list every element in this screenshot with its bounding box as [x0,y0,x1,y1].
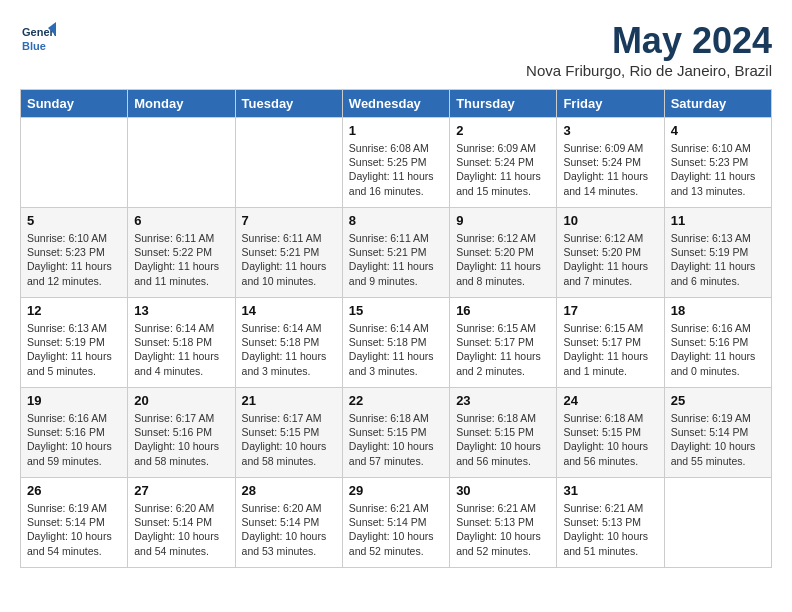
day-number: 7 [242,213,336,228]
calendar-cell: 12Sunrise: 6:13 AM Sunset: 5:19 PM Dayli… [21,298,128,388]
calendar-cell: 3Sunrise: 6:09 AM Sunset: 5:24 PM Daylig… [557,118,664,208]
logo: General Blue [20,20,60,56]
day-number: 16 [456,303,550,318]
calendar-cell: 16Sunrise: 6:15 AM Sunset: 5:17 PM Dayli… [450,298,557,388]
calendar-cell: 27Sunrise: 6:20 AM Sunset: 5:14 PM Dayli… [128,478,235,568]
calendar-cell: 26Sunrise: 6:19 AM Sunset: 5:14 PM Dayli… [21,478,128,568]
cell-info: Sunrise: 6:10 AM Sunset: 5:23 PM Dayligh… [27,231,121,288]
day-header-thursday: Thursday [450,90,557,118]
day-header-monday: Monday [128,90,235,118]
calendar-cell: 14Sunrise: 6:14 AM Sunset: 5:18 PM Dayli… [235,298,342,388]
day-number: 21 [242,393,336,408]
calendar-cell: 1Sunrise: 6:08 AM Sunset: 5:25 PM Daylig… [342,118,449,208]
calendar-cell: 30Sunrise: 6:21 AM Sunset: 5:13 PM Dayli… [450,478,557,568]
cell-info: Sunrise: 6:13 AM Sunset: 5:19 PM Dayligh… [27,321,121,378]
day-number: 5 [27,213,121,228]
calendar-cell [21,118,128,208]
day-number: 26 [27,483,121,498]
title-block: May 2024 Nova Friburgo, Rio de Janeiro, … [526,20,772,79]
calendar-cell: 2Sunrise: 6:09 AM Sunset: 5:24 PM Daylig… [450,118,557,208]
day-number: 28 [242,483,336,498]
calendar-cell: 28Sunrise: 6:20 AM Sunset: 5:14 PM Dayli… [235,478,342,568]
day-number: 3 [563,123,657,138]
day-number: 8 [349,213,443,228]
cell-info: Sunrise: 6:21 AM Sunset: 5:13 PM Dayligh… [563,501,657,558]
calendar-cell: 24Sunrise: 6:18 AM Sunset: 5:15 PM Dayli… [557,388,664,478]
day-number: 2 [456,123,550,138]
cell-info: Sunrise: 6:20 AM Sunset: 5:14 PM Dayligh… [134,501,228,558]
day-number: 24 [563,393,657,408]
cell-info: Sunrise: 6:08 AM Sunset: 5:25 PM Dayligh… [349,141,443,198]
calendar-cell: 21Sunrise: 6:17 AM Sunset: 5:15 PM Dayli… [235,388,342,478]
day-number: 18 [671,303,765,318]
cell-info: Sunrise: 6:10 AM Sunset: 5:23 PM Dayligh… [671,141,765,198]
cell-info: Sunrise: 6:17 AM Sunset: 5:15 PM Dayligh… [242,411,336,468]
cell-info: Sunrise: 6:09 AM Sunset: 5:24 PM Dayligh… [456,141,550,198]
cell-info: Sunrise: 6:14 AM Sunset: 5:18 PM Dayligh… [349,321,443,378]
cell-info: Sunrise: 6:21 AM Sunset: 5:14 PM Dayligh… [349,501,443,558]
day-header-tuesday: Tuesday [235,90,342,118]
cell-info: Sunrise: 6:18 AM Sunset: 5:15 PM Dayligh… [456,411,550,468]
day-number: 12 [27,303,121,318]
day-number: 14 [242,303,336,318]
day-number: 19 [27,393,121,408]
cell-info: Sunrise: 6:13 AM Sunset: 5:19 PM Dayligh… [671,231,765,288]
cell-info: Sunrise: 6:11 AM Sunset: 5:22 PM Dayligh… [134,231,228,288]
day-number: 6 [134,213,228,228]
calendar-cell: 13Sunrise: 6:14 AM Sunset: 5:18 PM Dayli… [128,298,235,388]
cell-info: Sunrise: 6:16 AM Sunset: 5:16 PM Dayligh… [27,411,121,468]
day-number: 20 [134,393,228,408]
calendar-cell: 10Sunrise: 6:12 AM Sunset: 5:20 PM Dayli… [557,208,664,298]
day-number: 30 [456,483,550,498]
calendar-cell: 19Sunrise: 6:16 AM Sunset: 5:16 PM Dayli… [21,388,128,478]
calendar-cell: 31Sunrise: 6:21 AM Sunset: 5:13 PM Dayli… [557,478,664,568]
day-number: 10 [563,213,657,228]
cell-info: Sunrise: 6:17 AM Sunset: 5:16 PM Dayligh… [134,411,228,468]
calendar-cell: 20Sunrise: 6:17 AM Sunset: 5:16 PM Dayli… [128,388,235,478]
calendar-cell: 22Sunrise: 6:18 AM Sunset: 5:15 PM Dayli… [342,388,449,478]
day-number: 9 [456,213,550,228]
day-header-wednesday: Wednesday [342,90,449,118]
calendar-cell: 9Sunrise: 6:12 AM Sunset: 5:20 PM Daylig… [450,208,557,298]
day-number: 1 [349,123,443,138]
calendar-cell: 5Sunrise: 6:10 AM Sunset: 5:23 PM Daylig… [21,208,128,298]
day-number: 11 [671,213,765,228]
day-number: 15 [349,303,443,318]
cell-info: Sunrise: 6:12 AM Sunset: 5:20 PM Dayligh… [456,231,550,288]
day-header-friday: Friday [557,90,664,118]
calendar-cell: 23Sunrise: 6:18 AM Sunset: 5:15 PM Dayli… [450,388,557,478]
calendar-cell [128,118,235,208]
cell-info: Sunrise: 6:18 AM Sunset: 5:15 PM Dayligh… [349,411,443,468]
cell-info: Sunrise: 6:12 AM Sunset: 5:20 PM Dayligh… [563,231,657,288]
cell-info: Sunrise: 6:11 AM Sunset: 5:21 PM Dayligh… [349,231,443,288]
calendar-cell: 17Sunrise: 6:15 AM Sunset: 5:17 PM Dayli… [557,298,664,388]
day-number: 23 [456,393,550,408]
calendar-cell: 18Sunrise: 6:16 AM Sunset: 5:16 PM Dayli… [664,298,771,388]
day-number: 13 [134,303,228,318]
day-header-saturday: Saturday [664,90,771,118]
cell-info: Sunrise: 6:21 AM Sunset: 5:13 PM Dayligh… [456,501,550,558]
calendar-table: SundayMondayTuesdayWednesdayThursdayFrid… [20,89,772,568]
calendar-cell: 29Sunrise: 6:21 AM Sunset: 5:14 PM Dayli… [342,478,449,568]
calendar-cell: 11Sunrise: 6:13 AM Sunset: 5:19 PM Dayli… [664,208,771,298]
day-number: 31 [563,483,657,498]
calendar-cell: 7Sunrise: 6:11 AM Sunset: 5:21 PM Daylig… [235,208,342,298]
cell-info: Sunrise: 6:09 AM Sunset: 5:24 PM Dayligh… [563,141,657,198]
logo-icon: General Blue [20,20,56,56]
day-number: 27 [134,483,228,498]
page-header: General Blue May 2024 Nova Friburgo, Rio… [20,20,772,79]
location: Nova Friburgo, Rio de Janeiro, Brazil [526,62,772,79]
day-number: 25 [671,393,765,408]
day-number: 22 [349,393,443,408]
day-number: 29 [349,483,443,498]
day-header-sunday: Sunday [21,90,128,118]
calendar-cell [664,478,771,568]
cell-info: Sunrise: 6:18 AM Sunset: 5:15 PM Dayligh… [563,411,657,468]
calendar-cell: 8Sunrise: 6:11 AM Sunset: 5:21 PM Daylig… [342,208,449,298]
day-number: 4 [671,123,765,138]
cell-info: Sunrise: 6:11 AM Sunset: 5:21 PM Dayligh… [242,231,336,288]
calendar-cell: 6Sunrise: 6:11 AM Sunset: 5:22 PM Daylig… [128,208,235,298]
cell-info: Sunrise: 6:14 AM Sunset: 5:18 PM Dayligh… [242,321,336,378]
cell-info: Sunrise: 6:20 AM Sunset: 5:14 PM Dayligh… [242,501,336,558]
calendar-cell: 4Sunrise: 6:10 AM Sunset: 5:23 PM Daylig… [664,118,771,208]
